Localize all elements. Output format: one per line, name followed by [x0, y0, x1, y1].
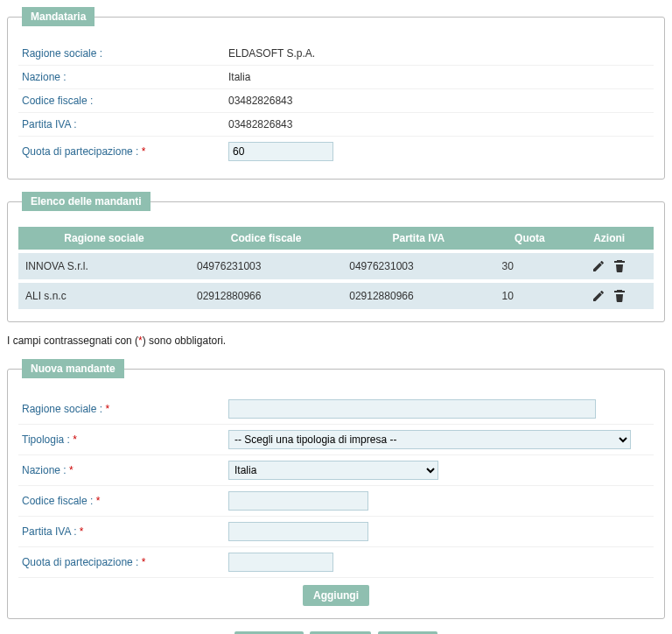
nuova-mandante-fieldset: Nuova mandante Ragione sociale : * Tipol… [7, 359, 665, 619]
required-mark: * [105, 403, 109, 415]
mandataria-nazione-row: Nazione : Italia [18, 66, 654, 89]
nuova-piva-row: Partita IVA : * [18, 517, 654, 547]
mandanti-th-quota: Quota [494, 227, 564, 251]
mandataria-piva-row: Partita IVA : 03482826843 [18, 113, 654, 137]
nuova-ragione-row: Ragione sociale : * [18, 394, 654, 425]
mandataria-quota-label: Quota di partecipazione : * [18, 145, 228, 158]
nuova-quota-label-text: Quota di partecipazione : [22, 556, 142, 568]
required-note-pre: I campi contrassegnati con ( [7, 335, 138, 347]
nuova-tipologia-row: Tipologia : * -- Scegli una tipologia di… [18, 425, 654, 455]
required-mark: * [69, 464, 74, 476]
mandanti-table: Ragione sociale Codice fiscale Partita I… [18, 227, 654, 309]
required-mark: * [73, 433, 77, 446]
mandanti-th-piva: Partita IVA [342, 227, 494, 251]
mandataria-piva-value: 03482826843 [228, 118, 654, 130]
cell-codfisc: 02912880966 [190, 281, 342, 309]
cell-codfisc: 04976231003 [190, 251, 342, 281]
nuova-nazione-select[interactable]: Italia [228, 461, 438, 480]
required-mark: * [142, 556, 146, 568]
nuova-codfisc-label: Codice fiscale : * [18, 495, 228, 507]
mandataria-codfisc-row: Codice fiscale : 03482826843 [18, 89, 654, 113]
nuova-quota-input[interactable] [228, 553, 333, 572]
mandataria-quota-label-text: Quota di partecipazione : [22, 145, 142, 158]
nuova-piva-input[interactable] [228, 522, 368, 541]
mandanti-th-codfisc: Codice fiscale [190, 227, 342, 251]
mandanti-fieldset: Elenco delle mandanti Ragione sociale Co… [7, 192, 665, 322]
nuova-piva-label: Partita IVA : * [18, 525, 228, 538]
nuova-tipologia-cell: -- Scegli una tipologia di impresa -- [228, 430, 654, 449]
nuova-mandante-legend: Nuova mandante [22, 359, 124, 378]
mandataria-fieldset: Mandataria Ragione sociale : ELDASOFT S.… [7, 7, 665, 180]
cell-ragione: INNOVA S.r.l. [18, 251, 190, 281]
mandanti-header-row: Ragione sociale Codice fiscale Partita I… [18, 227, 654, 251]
required-note-post: ) sono obbligatori. [143, 335, 226, 347]
nuova-ragione-cell [228, 399, 654, 419]
nuova-piva-cell [228, 522, 654, 541]
nuova-tipologia-label: Tipologia : * [18, 433, 228, 446]
mandataria-ragione-value: ELDASOFT S.p.A. [228, 47, 654, 60]
nuova-nazione-cell: Italia [228, 461, 654, 480]
nuova-quota-label: Quota di partecipazione : * [18, 556, 228, 568]
cell-piva: 04976231003 [342, 251, 494, 281]
delete-icon[interactable] [612, 259, 626, 273]
nuova-tipologia-select[interactable]: -- Scegli una tipologia di impresa -- [228, 430, 631, 449]
nuova-codfisc-input[interactable] [228, 491, 368, 511]
required-note: I campi contrassegnati con (*) sono obbl… [7, 335, 665, 347]
delete-icon[interactable] [612, 289, 626, 303]
required-mark: * [142, 145, 146, 158]
aggiungi-button[interactable]: Aggiungi [303, 585, 369, 606]
cell-ragione: ALI s.n.c [18, 281, 190, 309]
table-row: ALI s.n.c029128809660291288096610 [18, 281, 654, 309]
nuova-quota-cell [228, 553, 654, 572]
cell-quota: 30 [494, 251, 564, 281]
nuova-nazione-label: Nazione : * [18, 464, 228, 476]
nuova-add-row: Aggiungi [18, 578, 654, 606]
mandataria-quota-row: Quota di partecipazione : * [18, 137, 654, 166]
mandataria-quota-value-cell [228, 142, 654, 161]
mandataria-ragione-row: Ragione sociale : ELDASOFT S.p.A. [18, 42, 654, 66]
nuova-quota-row: Quota di partecipazione : * [18, 547, 654, 578]
mandataria-codfisc-value: 03482826843 [228, 95, 654, 107]
mandataria-quota-input[interactable] [228, 142, 333, 161]
mandataria-nazione-value: Italia [228, 71, 654, 83]
mandanti-th-ragione: Ragione sociale [18, 227, 190, 251]
mandataria-nazione-label: Nazione : [18, 71, 228, 83]
mandataria-codfisc-label: Codice fiscale : [18, 95, 228, 107]
mandanti-th-azioni: Azioni [564, 227, 654, 251]
edit-icon[interactable] [592, 259, 606, 273]
nuova-ragione-label: Ragione sociale : * [18, 403, 228, 415]
cell-azioni [564, 281, 654, 309]
cell-azioni [564, 251, 654, 281]
nuova-tipologia-label-text: Tipologia : [22, 433, 73, 446]
cell-piva: 02912880966 [342, 281, 494, 309]
nuova-codfisc-label-text: Codice fiscale : [22, 495, 96, 507]
nuova-piva-label-text: Partita IVA : [22, 525, 80, 538]
edit-icon[interactable] [592, 289, 606, 303]
mandataria-ragione-label: Ragione sociale : [18, 47, 228, 60]
nuova-codfisc-row: Codice fiscale : * [18, 486, 654, 517]
nuova-ragione-label-text: Ragione sociale : [22, 403, 105, 415]
nuova-ragione-input[interactable] [228, 399, 596, 419]
mandanti-legend: Elenco delle mandanti [22, 192, 150, 211]
mandataria-piva-label: Partita IVA : [18, 118, 228, 130]
nuova-nazione-label-text: Nazione : [22, 464, 69, 476]
mandataria-legend: Mandataria [22, 7, 94, 26]
nuova-codfisc-cell [228, 491, 654, 511]
required-mark: * [80, 525, 84, 538]
nuova-nazione-row: Nazione : * Italia [18, 455, 654, 486]
cell-quota: 10 [494, 281, 564, 309]
required-mark: * [96, 495, 101, 507]
table-row: INNOVA S.r.l.049762310030497623100330 [18, 251, 654, 281]
